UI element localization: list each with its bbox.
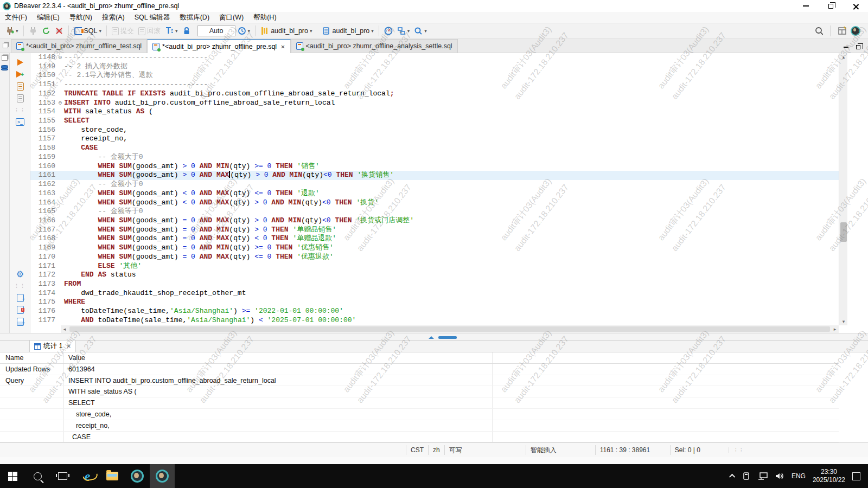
taskbar-search-button[interactable] [25,464,50,488]
touch-keyboard-icon[interactable] [742,472,751,480]
restore-button[interactable] [818,0,843,12]
code-line-1169[interactable]: 1169 WHEN SUM(goods_amt) = 0 AND MIN(qty… [30,243,839,253]
minimize-view-icon[interactable] [844,47,848,48]
code-line-1153[interactable]: 1153⊖INSERT INTO audit_bi_pro.custom_off… [30,99,839,108]
scroll-up-icon[interactable]: ▴ [839,53,848,61]
file-explorer-button[interactable] [100,464,125,488]
code-line-1159[interactable]: 1159 -- 金额大于0 [30,153,839,162]
minimize-button[interactable] [793,0,818,12]
task-view-button[interactable] [50,464,75,488]
reconnect-button[interactable] [40,24,53,37]
new-connection-button[interactable]: ▾ [3,24,21,37]
lock-button[interactable] [180,24,193,37]
dbeaver-perspective-icon[interactable] [851,26,860,36]
quick-search-icon[interactable] [814,27,823,35]
code-line-1148[interactable]: 1148⊖---------------------------------- [30,53,839,62]
connect-button[interactable] [27,24,40,37]
explain-plan-button[interactable] [10,92,30,104]
code-line-1167[interactable]: 1167 WHEN SUM(goods_amt) = 0 AND MIN(qty… [30,226,839,235]
code-line-1165[interactable]: 1165 -- 金额等于0 [30,207,839,216]
transaction-log-button[interactable]: ▾ [163,24,180,37]
scroll-down-icon[interactable]: ▾ [839,318,848,325]
code-line-1158[interactable]: 1158 CASE [30,144,839,153]
menu-sql-editor[interactable]: SQL 编辑器 [130,12,175,23]
sql-editor-dropdown[interactable]: SQL ▾ [72,24,104,37]
commit-button[interactable]: 提交 [110,24,136,37]
rollback-button[interactable]: 回滚 [136,24,163,37]
code-line-1150[interactable]: 1150-- 2.1导入海外销售、退款 [30,71,839,80]
code-line-1149[interactable]: 1149-- 2 插入海外数据 [30,62,839,72]
database-navigator-icon[interactable] [1,65,8,73]
scrollbar-thumb[interactable] [69,326,830,332]
fold-collapse-icon[interactable]: ⊖ [56,53,64,62]
sash-collapse-icon[interactable] [429,336,434,339]
sql-code-editor[interactable]: 1148⊖----------------------------------1… [30,53,839,325]
execute-script-button[interactable] [10,80,30,92]
code-line-1173[interactable]: 1173FROM [30,280,839,289]
open-console-button[interactable]: >_ [10,116,30,128]
restore-panel-icon[interactable] [2,55,8,61]
validate-script-button[interactable] [10,304,30,316]
code-line-1163[interactable]: 1163 WHEN SUM(goods_amt) < 0 AND MAX(qty… [30,189,839,198]
panel-splitter[interactable] [0,333,868,341]
dashboard-button[interactable] [382,24,395,37]
dbeaver-taskbar-button[interactable] [125,464,150,488]
table-row[interactable]: QueryINSERT INTO audit_bi_pro.custom_off… [0,375,839,387]
input-language[interactable]: ENG [792,472,806,480]
code-line-1151[interactable]: 1151---------------------------------- [30,80,839,89]
code-line-1161[interactable]: 1161 WHEN SUM(goods_amt) > 0 AND MAX(qty… [30,171,839,180]
code-line-1157[interactable]: 1157 receipt_no, [30,134,839,144]
maximize-view-icon[interactable] [856,45,860,49]
commit-mode-select[interactable]: Auto [197,25,235,36]
table-row[interactable]: SELECT [0,397,839,409]
taskbar-clock[interactable]: 23:30 2025/10/22 [813,468,845,484]
table-row[interactable]: WITH sale_status AS ( [0,386,839,397]
code-line-1172[interactable]: 1172 END AS status [30,271,839,280]
code-line-1162[interactable]: 1162 -- 金额小于0 [30,180,839,189]
code-line-1174[interactable]: 1174 dwd_trade_hkaudit_shop_receipt_othe… [30,289,839,298]
code-line-1164[interactable]: 1164 WHEN SUM(goods_amt) < 0 AND MAX(qty… [30,198,839,208]
table-row[interactable]: Updated Rows6013964 [0,364,839,375]
tab-zhumr-offline-pre[interactable]: *<audit_bi_pro> zhumr_offline_pre.sql ✕ [147,39,290,53]
disconnect-button[interactable] [53,24,66,37]
tab-close-icon[interactable]: ✕ [279,44,285,50]
dbeaver-taskbar-button-active[interactable] [150,464,175,488]
execute-new-tab-button[interactable]: + [10,68,30,80]
tab-zhumr-offline-test[interactable]: *<audit_bi_pro> zhumr_offline_test.sql [11,39,147,53]
scroll-left-icon[interactable]: ◂ [61,325,68,333]
network-tray-icon[interactable] [758,472,768,480]
menu-search[interactable]: 搜索(A) [97,12,130,23]
menu-window[interactable]: 窗口(W) [214,12,248,23]
scrollbar-thumb[interactable] [840,222,847,242]
tab-zhumr-offline-analysis-settle[interactable]: <audit_bi_pro> zhumr_offline_analysis_se… [291,39,458,53]
editor-vertical-scrollbar[interactable]: ▴ ▾ [839,53,847,325]
menu-edit[interactable]: 编辑(E) [32,12,65,23]
menu-file[interactable]: 文件(F) [0,12,32,23]
table-row[interactable]: CASE [0,432,839,442]
search-dropdown-button[interactable]: ▾ [412,24,429,37]
scroll-right-icon[interactable]: ▸ [831,325,839,333]
tab-close-icon[interactable]: ✕ [65,343,71,349]
sash-handle[interactable] [438,336,457,339]
tray-expand-icon[interactable] [729,474,735,480]
code-line-1166[interactable]: 1166 WHEN SUM(goods_amt) = 0 AND MAX(qty… [30,216,839,226]
fold-collapse-icon[interactable]: ⊖ [56,99,64,108]
code-line-1152[interactable]: 1152TRUNCATE TABLE IF EXISTS audit_bi_pr… [30,89,839,99]
internet-explorer-button[interactable]: e [75,464,100,488]
connection-selector[interactable]: audit_bi_pro ▾ [258,24,314,37]
editor-list-icon[interactable] [0,38,11,53]
network-button[interactable]: ▾ [395,24,412,37]
column-value[interactable]: Value [64,352,493,363]
code-line-1156[interactable]: 1156 store_code, [30,126,839,135]
table-row[interactable]: store_code, [0,409,839,420]
settings-button[interactable]: ⚙ [10,268,30,280]
action-center-icon[interactable] [852,472,860,480]
execute-statement-button[interactable] [10,56,30,68]
menu-help[interactable]: 帮助(H) [248,12,281,23]
volume-icon[interactable] [775,472,784,480]
code-line-1168[interactable]: 1168 WHEN SUM(goods_amt) = 0 AND MAX(qty… [30,234,839,243]
menu-navigate[interactable]: 导航(N) [65,12,97,23]
column-name[interactable]: Name [0,352,64,363]
code-line-1154[interactable]: 1154WITH sale_status AS ( [30,107,839,117]
caret-position-status[interactable]: 1161 : 39 : 38961 [595,445,670,455]
